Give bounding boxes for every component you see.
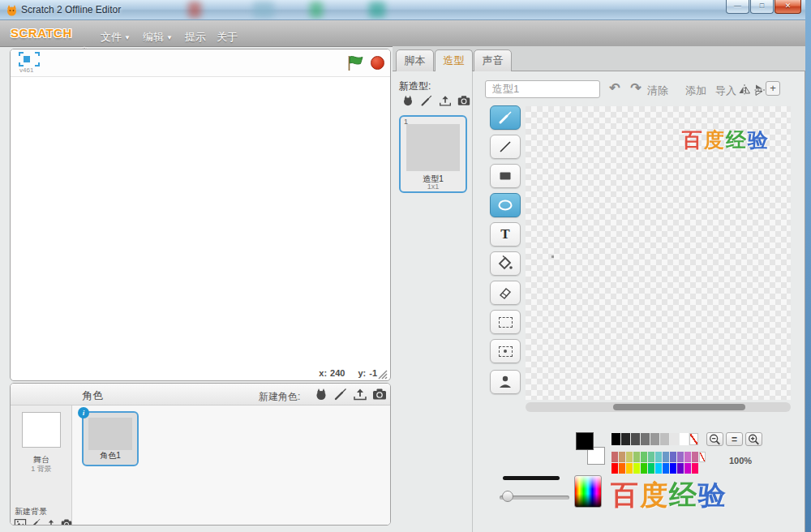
menu-edit[interactable]: 编辑▼ [143, 30, 173, 45]
flip-horizontal-icon[interactable] [738, 84, 751, 97]
color-swatch[interactable] [626, 463, 633, 474]
tab-sounds[interactable]: 声音 [474, 49, 512, 72]
tool-text-button[interactable]: T [490, 222, 521, 247]
tool-stamp-button[interactable] [490, 370, 521, 394]
small-stage-layout-icon[interactable] [19, 52, 40, 66]
sprite-item-selected[interactable]: 角色1 i [82, 411, 139, 466]
maximize-button[interactable]: □ [750, 0, 774, 14]
new-sprite-camera-icon[interactable] [371, 386, 388, 402]
new-costume-upload-icon[interactable] [436, 92, 454, 109]
menu-tips[interactable]: 提示 [185, 30, 206, 45]
new-costume-camera-icon[interactable] [455, 92, 473, 109]
set-costume-center-button[interactable]: + [766, 81, 780, 96]
color-swatch[interactable] [670, 452, 676, 462]
color-swatch[interactable] [611, 433, 620, 445]
zoom-in-button[interactable] [745, 432, 762, 446]
scrollbar-thumb[interactable] [613, 404, 745, 410]
new-costume-paint-icon[interactable] [418, 92, 436, 109]
undo-button[interactable]: ↶ [606, 79, 624, 97]
color-swatch[interactable] [633, 452, 640, 462]
color-swatch[interactable] [650, 433, 659, 445]
tool-brush-button[interactable] [490, 105, 521, 130]
costume-pixel [551, 255, 554, 258]
color-swatch[interactable] [663, 452, 669, 462]
menu-about[interactable]: 关于 [217, 30, 238, 45]
color-swatch[interactable] [631, 433, 640, 445]
color-swatch[interactable] [655, 452, 662, 462]
import-button[interactable]: 导入 [715, 84, 736, 98]
zoom-out-button[interactable] [706, 432, 723, 446]
watermark-char: 验 [748, 128, 770, 151]
tool-line-button[interactable] [490, 135, 521, 159]
transparent-color-swatch[interactable] [699, 452, 706, 462]
color-swatch[interactable] [677, 452, 684, 462]
stage-resize-handle[interactable] [377, 368, 388, 379]
color-swatch[interactable] [641, 463, 647, 474]
color-swatch[interactable] [684, 452, 691, 462]
close-button[interactable]: ✕ [775, 0, 801, 14]
color-swatch[interactable] [670, 433, 679, 445]
watermark-char: 度 [640, 479, 669, 510]
redo-button[interactable]: ↷ [627, 79, 645, 97]
new-backdrop-paint-icon[interactable] [28, 517, 43, 526]
color-swatch[interactable] [648, 463, 654, 474]
text-tool-icon: T [500, 226, 509, 242]
costume-item-selected[interactable]: 1 造型1 1x1 [399, 115, 467, 193]
new-sprite-library-icon[interactable] [312, 386, 330, 402]
tab-costumes[interactable]: 造型 [435, 49, 473, 72]
tool-select-duplicate-button[interactable] [490, 339, 521, 363]
costume-name-input[interactable]: 造型1 [485, 80, 600, 98]
stage[interactable] [11, 78, 390, 366]
sprites-panel: 角色 新建角色: 舞台 1 背景 新建背景 [10, 383, 391, 526]
watermark-char: 经 [669, 479, 698, 510]
color-swatch[interactable] [611, 452, 618, 462]
color-swatch[interactable] [660, 433, 669, 445]
stage-thumbnail[interactable] [22, 412, 61, 448]
color-swatch[interactable] [619, 452, 625, 462]
color-swatch[interactable] [663, 463, 669, 474]
color-swatch[interactable] [641, 433, 650, 445]
color-swatch[interactable] [670, 463, 676, 474]
color-swatch[interactable] [633, 463, 640, 474]
minimize-button[interactable]: — [726, 0, 749, 14]
stage-panel: v461 x: 240 y: -1 [10, 49, 391, 381]
color-swatch[interactable] [648, 452, 654, 462]
color-swatch[interactable] [611, 463, 618, 474]
color-swatch[interactable] [655, 463, 662, 474]
zoom-reset-button[interactable]: = [726, 432, 743, 446]
color-swatch[interactable] [677, 463, 684, 474]
color-swatch[interactable] [692, 463, 698, 474]
color-swatch[interactable] [684, 463, 691, 474]
color-swatch[interactable] [626, 452, 633, 462]
tool-select-button[interactable] [490, 310, 521, 334]
menu-file[interactable]: 文件▼ [101, 30, 131, 45]
transparent-color-swatch[interactable] [689, 433, 698, 445]
line-width-slider-knob[interactable] [502, 491, 513, 502]
new-backdrop-upload-icon[interactable] [44, 517, 58, 526]
tab-scripts[interactable]: 脚本 [396, 49, 434, 72]
canvas-horizontal-scrollbar[interactable] [526, 402, 791, 412]
add-button[interactable]: 添加 [685, 84, 706, 98]
new-sprite-paint-icon[interactable] [332, 386, 350, 402]
color-swatch[interactable] [641, 452, 647, 462]
foreground-color-swatch[interactable] [576, 432, 594, 450]
color-swatch[interactable] [680, 433, 689, 445]
tool-eraser-button[interactable] [490, 281, 521, 305]
color-swatch[interactable] [621, 433, 630, 445]
flip-vertical-icon[interactable] [753, 84, 766, 97]
green-flag-button[interactable] [346, 54, 364, 72]
tool-fill-button[interactable] [490, 251, 521, 276]
paint-editor: 造型1 ↶ ↷ 清除 添加 导入 + [473, 71, 805, 532]
new-backdrop-library-icon[interactable] [13, 517, 28, 526]
color-swatch[interactable] [692, 452, 698, 462]
rainbow-color-picker[interactable] [574, 475, 602, 508]
new-costume-library-icon[interactable] [399, 92, 417, 109]
color-swatch[interactable] [619, 463, 625, 474]
stop-button[interactable] [371, 56, 384, 70]
sprite-info-icon[interactable]: i [78, 407, 89, 418]
tool-rectangle-button[interactable] [490, 164, 521, 188]
eraser-icon [496, 285, 514, 301]
tool-ellipse-button[interactable] [490, 193, 521, 217]
clear-button[interactable]: 清除 [647, 84, 668, 98]
new-sprite-upload-icon[interactable] [351, 386, 369, 402]
